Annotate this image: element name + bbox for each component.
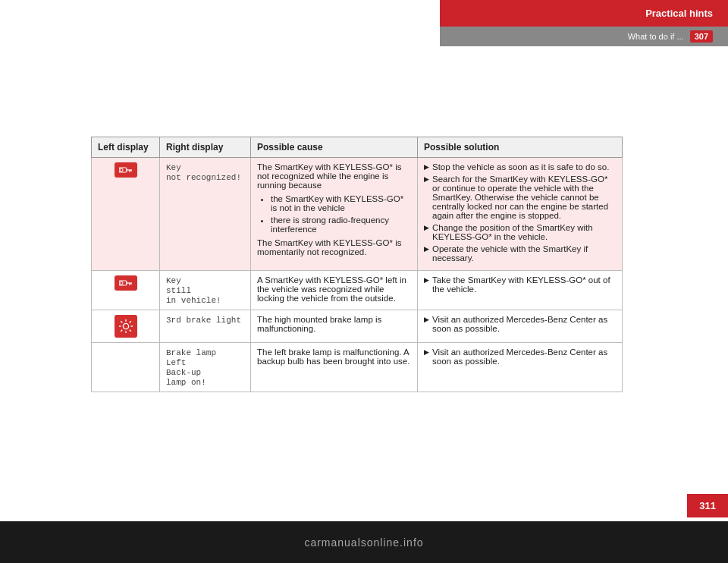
cause-cell: The high mounted brake lamp is malfuncti… [251,310,418,343]
left-display-cell [92,343,160,392]
right-display-cell: Keystillin vehicle! [160,271,251,310]
cause-bullet: there is strong radio-frequency interfer… [271,215,411,234]
right-display-text: Brake lampLeftBack-uplamp on! [166,348,216,387]
cause-intro-text: The high mounted brake lamp is malfuncti… [257,315,381,333]
solution-cell: Visit an authorized Mercedes-Benz Center… [418,343,623,392]
cause-cell: A SmartKey with KEYLESS-GO* left in the … [251,271,418,310]
right-display-cell: Keynot recognized! [160,158,251,271]
left-display-cell [92,310,160,343]
cause-intro-text: The SmartKey with KEYLESS-GO* is not rec… [257,162,401,190]
cause-bullets-list: the SmartKey with KEYLESS-GO* is not in … [257,194,411,234]
list-item: Operate the vehicle with the SmartKey if… [424,244,616,263]
left-display-cell [92,271,160,310]
sub-label: What to do if ... [628,32,684,41]
solution-list: Take the SmartKey with KEYLESS-GO* out o… [424,275,616,294]
key-icon [115,275,137,291]
solution-list: Visit an authorized Mercedes-Benz Center… [424,348,616,366]
right-display-text: Keystillin vehicle! [166,276,221,305]
cause-intro-text: The left brake lamp is malfunctioning. A… [257,348,410,366]
list-item: Visit an authorized Mercedes-Benz Center… [424,315,616,333]
table-header-row: Left display Right display Possible caus… [92,137,623,158]
watermark: carmanualsonline.info [0,521,728,563]
solution-cell: Take the SmartKey with KEYLESS-GO* out o… [418,271,623,310]
svg-point-1 [120,168,123,171]
list-item: Take the SmartKey with KEYLESS-GO* out o… [424,275,616,294]
list-item: Search for the SmartKey with KEYLESS-GO*… [424,175,616,220]
cause-bullet: the SmartKey with KEYLESS-GO* is not in … [271,194,411,212]
svg-line-16 [129,330,130,332]
list-item: Change the position of the SmartKey with… [424,223,616,241]
col-header-cause: Possible cause [251,137,418,158]
right-display-cell: 3rd brake light [160,310,251,343]
solution-list: Stop the vehicle as soon as it is safe t… [424,162,616,263]
table-row: Keynot recognized! The SmartKey with KEY… [92,158,623,271]
svg-line-15 [121,321,122,322]
table-row: Brake lampLeftBack-uplamp on! The left b… [92,343,623,392]
cause-cell: The SmartKey with KEYLESS-GO* is not rec… [251,158,418,271]
right-display-text: Keynot recognized! [166,163,241,182]
table-row: 3rd brake light The high mounted brake l… [92,310,623,343]
table-row: Keystillin vehicle! A SmartKey with KEYL… [92,271,623,310]
cause-intro-text: A SmartKey with KEYLESS-GO* left in the … [257,275,406,303]
svg-point-10 [123,323,128,329]
left-display-cell [92,158,160,271]
col-header-solution: Possible solution [418,137,623,158]
practical-hints-tab: Practical hints [440,0,728,27]
sub-page-ref: 307 [690,30,713,42]
practical-hints-label: Practical hints [645,8,713,19]
right-display-cell: Brake lampLeftBack-uplamp on! [160,343,251,392]
list-item: Stop the vehicle as soon as it is safe t… [424,162,616,171]
main-table: Left display Right display Possible caus… [91,137,623,392]
svg-line-17 [129,321,130,322]
col-header-right: Right display [160,137,251,158]
right-display-text: 3rd brake light [166,316,241,325]
cause-cell: The left brake lamp is malfunctioning. A… [251,343,418,392]
list-item: Visit an authorized Mercedes-Benz Center… [424,348,616,366]
svg-line-18 [121,330,122,332]
page-number: 311 [687,494,728,517]
solution-list: Visit an authorized Mercedes-Benz Center… [424,315,616,333]
sub-tab: What to do if ... 307 [440,27,728,46]
solution-cell: Stop the vehicle as soon as it is safe t… [418,158,623,271]
brake-light-icon [115,315,137,338]
watermark-text: carmanualsonline.info [304,536,423,549]
header-area: Practical hints What to do if ... 307 [440,0,728,46]
cause-footer-text: The SmartKey with KEYLESS-GO* is momenta… [257,238,401,256]
key-icon [115,162,137,178]
solution-cell: Visit an authorized Mercedes-Benz Center… [418,310,623,343]
svg-point-6 [120,282,123,285]
col-header-left: Left display [92,137,160,158]
